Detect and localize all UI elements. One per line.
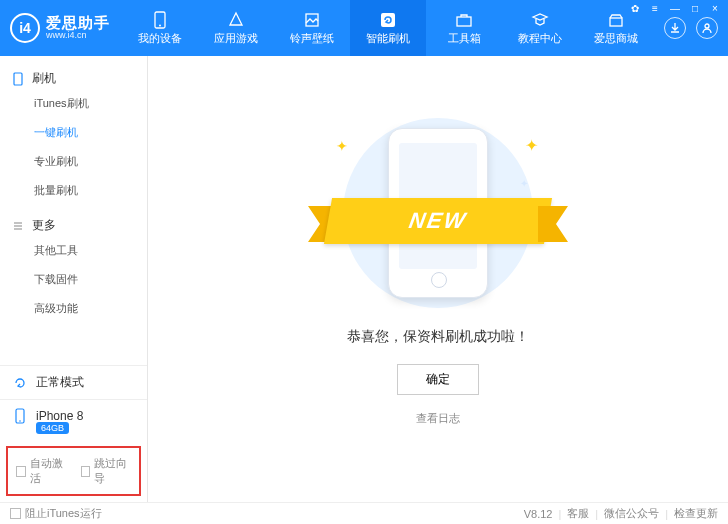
refresh-icon: [12, 375, 28, 391]
phone-icon: [12, 72, 24, 86]
tab-label: 铃声壁纸: [290, 31, 334, 46]
brand: i4 爱思助手 www.i4.cn: [0, 0, 122, 56]
svg-point-9: [19, 420, 21, 422]
option-label: 跳过向导: [94, 456, 131, 486]
device-info[interactable]: iPhone 8 64GB: [0, 399, 147, 442]
toolbox-icon: [455, 11, 473, 29]
device-mode[interactable]: 正常模式: [0, 366, 147, 399]
tab-devices[interactable]: 我的设备: [122, 0, 198, 56]
sidebar-group-more: 更多: [0, 211, 147, 236]
tab-tools[interactable]: 工具箱: [426, 0, 502, 56]
sidebar-group-title: 更多: [32, 217, 56, 234]
brand-url: www.i4.cn: [46, 31, 110, 41]
maximize-button[interactable]: □: [688, 3, 702, 14]
phone-icon: [151, 11, 169, 29]
wechat-link[interactable]: 微信公众号: [604, 506, 659, 521]
ok-button[interactable]: 确定: [397, 364, 479, 395]
svg-point-1: [159, 24, 161, 26]
download-button[interactable]: [664, 17, 686, 39]
device-icon: [12, 408, 28, 424]
device-name: iPhone 8: [36, 409, 83, 423]
support-link[interactable]: 客服: [567, 506, 589, 521]
checkbox-icon: [10, 508, 21, 519]
tab-label: 工具箱: [448, 31, 481, 46]
user-button[interactable]: [696, 17, 718, 39]
device-storage-badge: 64GB: [36, 422, 69, 434]
ribbon-label: NEW: [324, 198, 552, 244]
tab-label: 我的设备: [138, 31, 182, 46]
sidebar-item-pro[interactable]: 专业刷机: [0, 147, 147, 176]
flash-icon: [379, 11, 397, 29]
options-highlight: 自动激活 跳过向导: [6, 446, 141, 496]
sidebar-item-fw[interactable]: 下载固件: [0, 265, 147, 294]
option-auto-activate[interactable]: 自动激活: [16, 456, 67, 486]
device-mode-label: 正常模式: [36, 374, 84, 391]
svg-point-6: [705, 24, 709, 28]
window-controls: ✿ ≡ — □ ×: [628, 3, 722, 14]
tab-label: 智能刷机: [366, 31, 410, 46]
mall-icon: [607, 11, 625, 29]
svg-rect-4: [457, 17, 471, 26]
svg-rect-7: [14, 73, 22, 85]
tab-apps[interactable]: 应用游戏: [198, 0, 274, 56]
menu-icon[interactable]: ≡: [648, 3, 662, 14]
update-link[interactable]: 检查更新: [674, 506, 718, 521]
option-label: 阻止iTunes运行: [25, 506, 102, 521]
star-icon: ✦: [520, 178, 528, 189]
tab-label: 爱思商城: [594, 31, 638, 46]
status-bar: 阻止iTunes运行 V8.12 | 客服 | 微信公众号 | 检查更新: [0, 502, 728, 524]
sidebar-item-adv[interactable]: 高级功能: [0, 294, 147, 323]
minimize-button[interactable]: —: [668, 3, 682, 14]
wallpaper-icon: [303, 11, 321, 29]
ribbon: NEW: [308, 198, 568, 250]
tab-label: 教程中心: [518, 31, 562, 46]
sidebar: 刷机 iTunes刷机 一键刷机 专业刷机 批量刷机 更多 其他工具 下载固件 …: [0, 56, 148, 502]
option-skip-wizard[interactable]: 跳过向导: [81, 456, 132, 486]
version-label: V8.12: [524, 508, 553, 520]
tab-tutorial[interactable]: 教程中心: [502, 0, 578, 56]
option-label: 自动激活: [30, 456, 67, 486]
brand-logo: i4: [10, 13, 40, 43]
sidebar-group-title: 刷机: [32, 70, 56, 87]
checkbox-icon: [16, 466, 26, 477]
brand-name: 爱思助手: [46, 15, 110, 32]
block-itunes-option[interactable]: 阻止iTunes运行: [10, 506, 102, 521]
tab-ring[interactable]: 铃声壁纸: [274, 0, 350, 56]
star-icon: ✦: [525, 136, 538, 155]
sidebar-item-onekey[interactable]: 一键刷机: [0, 118, 147, 147]
list-icon: [12, 220, 24, 232]
svg-rect-5: [610, 18, 622, 26]
header-tabs: 我的设备 应用游戏 铃声壁纸 智能刷机 工具箱 教程中心 爱思商城: [122, 0, 654, 56]
success-illustration: ✦ ✦ ✦ NEW: [318, 118, 558, 308]
sidebar-item-itunes[interactable]: iTunes刷机: [0, 89, 147, 118]
star-icon: ✦: [336, 138, 348, 154]
close-button[interactable]: ×: [708, 3, 722, 14]
sidebar-item-batch[interactable]: 批量刷机: [0, 176, 147, 205]
apps-icon: [227, 11, 245, 29]
tab-label: 应用游戏: [214, 31, 258, 46]
settings-icon[interactable]: ✿: [628, 3, 642, 14]
view-log-link[interactable]: 查看日志: [416, 411, 460, 426]
sidebar-group-flash: 刷机: [0, 64, 147, 89]
main-panel: ✦ ✦ ✦ NEW 恭喜您，保资料刷机成功啦！ 确定 查看日志: [148, 56, 728, 502]
checkbox-icon: [81, 466, 91, 477]
success-message: 恭喜您，保资料刷机成功啦！: [347, 328, 529, 346]
sidebar-item-other[interactable]: 其他工具: [0, 236, 147, 265]
tab-flash[interactable]: 智能刷机: [350, 0, 426, 56]
app-header: i4 爱思助手 www.i4.cn 我的设备 应用游戏 铃声壁纸 智能刷机 工具…: [0, 0, 728, 56]
tutorial-icon: [531, 11, 549, 29]
